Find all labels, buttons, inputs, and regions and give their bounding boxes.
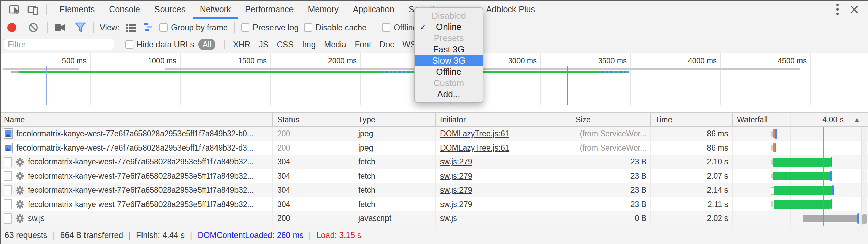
initiator-link[interactable]: sw.js:279 — [440, 186, 472, 195]
record-button[interactable] — [7, 23, 16, 32]
load-marker-line — [567, 66, 568, 105]
ruler-gridline — [270, 53, 271, 105]
waterfall-bar — [857, 213, 859, 224]
view-label: View: — [100, 23, 119, 32]
cell-time: 2.10 s — [651, 155, 733, 169]
table-row[interactable]: fecolormatrix-kanye-west-77e6f7a658028a2… — [0, 141, 868, 155]
column-header-waterfall[interactable]: Waterfall4.00 s▲ — [733, 113, 868, 126]
filter-input[interactable] — [4, 39, 114, 50]
column-header-label: Status — [277, 115, 299, 124]
column-header-status[interactable]: Status — [273, 113, 354, 126]
offline-checkbox[interactable]: Offline — [382, 23, 417, 32]
cell-type: fetch — [354, 183, 436, 197]
checkbox-icon[interactable] — [125, 40, 133, 49]
tab-application[interactable]: Application — [346, 0, 401, 19]
tab-adblock-plus[interactable]: Adblock Plus — [479, 0, 542, 19]
inspect-element-icon[interactable] — [8, 3, 21, 16]
column-header-size[interactable]: Size — [571, 113, 651, 126]
status-separator: | — [309, 230, 311, 240]
document-file-icon — [3, 185, 12, 196]
filter-funnel-icon[interactable] — [74, 21, 87, 34]
cell-initiator: sw.js:279 — [436, 197, 571, 212]
status-segment: Load: 3.15 s — [317, 230, 361, 240]
column-header-label: Type — [358, 115, 375, 124]
menu-item-slow-3g[interactable]: Slow 3G — [415, 55, 483, 66]
cell-type: fetch — [354, 197, 436, 212]
checkbox-icon[interactable] — [241, 23, 249, 32]
filter-type-css[interactable]: CSS — [277, 40, 294, 49]
filter-type-ws[interactable]: WS — [402, 40, 416, 49]
column-header-time[interactable]: Time — [651, 113, 733, 126]
more-options-icon[interactable] — [835, 2, 840, 16]
hide-data-urls-checkbox[interactable]: Hide data URLs — [125, 40, 194, 49]
table-row[interactable]: fecolormatrix-kanye-west-77e6f7a658028a2… — [0, 127, 868, 141]
tab-network[interactable]: Network — [193, 0, 238, 19]
initiator-link[interactable]: DOMLazyTree.js:61 — [440, 129, 509, 138]
initiator-link[interactable]: DOMLazyTree.js:61 — [440, 143, 509, 153]
screenshot-camera-icon[interactable] — [54, 22, 67, 33]
scrollbar-track[interactable] — [861, 127, 867, 226]
table-row[interactable]: fecolormatrix-kanye-west-77e6f7a658028a2… — [0, 183, 868, 197]
filter-type-js[interactable]: JS — [259, 40, 268, 49]
filter-type-img[interactable]: Img — [302, 40, 316, 49]
column-header-type[interactable]: Type — [354, 113, 436, 126]
initiator-link[interactable]: sw.js:279 — [440, 172, 472, 181]
status-segment: Finish: 4.44 s — [136, 230, 185, 240]
cell-size: (from ServiceWor... — [571, 127, 651, 141]
column-header-initiator[interactable]: Initiator — [436, 113, 571, 126]
column-header-name[interactable]: Name — [0, 113, 273, 126]
disable-cache-checkbox[interactable]: Disable cache — [304, 23, 367, 32]
preserve-log-checkbox[interactable]: Preserve log — [241, 23, 299, 32]
group-by-frame-checkbox[interactable]: Group by frame — [159, 23, 228, 32]
menu-item-label: Disabled — [432, 11, 466, 21]
menu-item-presets: Presets — [415, 33, 483, 44]
waterfall-bar — [773, 158, 831, 167]
initiator-link[interactable]: sw.js:279 — [440, 157, 472, 167]
gear-icon — [15, 199, 25, 209]
filter-type-media[interactable]: Media — [324, 40, 346, 49]
checkbox-icon[interactable] — [382, 23, 390, 32]
scrollbar-thumb[interactable] — [862, 214, 867, 224]
filter-type-all[interactable]: All — [198, 39, 215, 50]
filter-type-xhr[interactable]: XHR — [233, 40, 250, 49]
gear-icon — [15, 157, 25, 167]
filter-type-doc[interactable]: Doc — [380, 40, 394, 49]
menu-item-fast-3g[interactable]: Fast 3G — [415, 44, 483, 55]
tab-performance[interactable]: Performance — [238, 0, 301, 19]
table-row[interactable]: fecolormatrix-kanye-west-77e6f7a658028a2… — [0, 155, 868, 169]
initiator-link[interactable]: sw.js:279 — [440, 200, 472, 209]
cell-status: 304 — [273, 183, 354, 197]
menu-item-add[interactable]: Add... — [415, 89, 483, 100]
cell-initiator: sw.js:279 — [436, 155, 571, 169]
table-row[interactable]: sw.js200javascriptsw.js0 B2.02 s — [0, 211, 868, 226]
tab-memory[interactable]: Memory — [301, 0, 345, 19]
view-waterfall-icon[interactable] — [143, 22, 155, 33]
cell-size: 23 B — [571, 155, 651, 169]
menu-item-online[interactable]: ✓Online — [415, 21, 483, 33]
tab-sources[interactable]: Sources — [147, 0, 193, 19]
initiator-link[interactable]: sw.js — [440, 214, 457, 223]
device-toolbar-icon[interactable] — [27, 3, 40, 16]
waterfall-bar — [775, 143, 776, 152]
overview-bottom-border — [0, 105, 868, 105]
ruler-tick-label: 4500 ms — [778, 56, 807, 65]
view-list-icon[interactable] — [124, 22, 137, 33]
table-row[interactable]: fecolormatrix-kanye-west-77e6f7a658028a2… — [0, 169, 868, 184]
filter-type-font[interactable]: Font — [355, 40, 371, 49]
clear-icon[interactable] — [28, 22, 39, 33]
cell-initiator: sw.js — [436, 211, 571, 226]
ruler-tick-label: 3000 ms — [508, 56, 537, 65]
tab-console[interactable]: Console — [102, 0, 147, 19]
close-icon[interactable] — [849, 4, 860, 15]
checkbox-icon[interactable] — [304, 23, 312, 32]
cell-type: jpeg — [354, 127, 436, 141]
menu-item-offline[interactable]: Offline — [415, 66, 483, 77]
table-row[interactable]: fecolormatrix-kanye-west-77e6f7a658028a2… — [0, 197, 868, 212]
cell-name: fecolormatrix-kanye-west-77e6f7a658028a2… — [0, 141, 273, 155]
checkbox-icon[interactable] — [159, 23, 168, 32]
document-file-icon — [3, 157, 12, 168]
sort-asc-icon[interactable]: ▲ — [853, 116, 861, 124]
status-segment: 664 B transferred — [60, 230, 123, 240]
tab-elements[interactable]: Elements — [52, 0, 102, 19]
waterfall-bar — [773, 129, 775, 138]
